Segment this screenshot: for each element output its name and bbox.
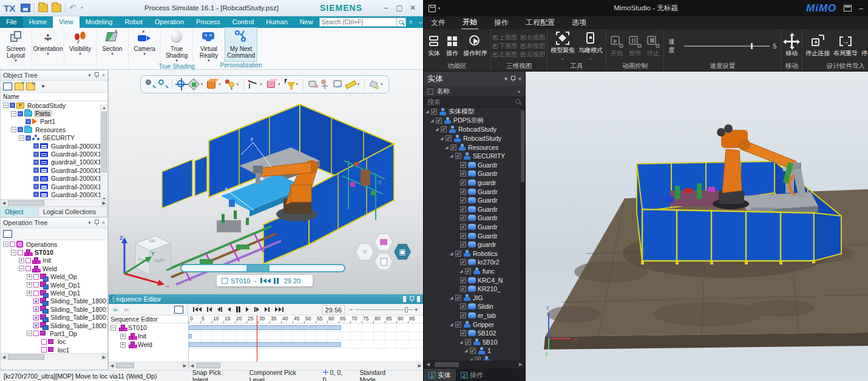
dropdown-caret-icon[interactable]: ▾ xyxy=(111,52,114,56)
section-button[interactable]: *Section▾ xyxy=(97,28,128,61)
operation-checkbox[interactable] xyxy=(18,250,23,255)
停止连接-button[interactable]: +停止连接 xyxy=(804,35,831,58)
expand-icon[interactable]: + xyxy=(120,334,126,339)
sequence-row-label[interactable]: +Init xyxy=(109,332,188,340)
gantt-bar[interactable] xyxy=(189,325,341,330)
view-filter-icon[interactable] xyxy=(3,230,12,238)
zoom-minus-icon[interactable]: − xyxy=(349,306,353,313)
menu-tab-1[interactable]: 开始 xyxy=(461,16,478,30)
display-checkbox-icon[interactable] xyxy=(18,127,23,132)
entity-tree-row[interactable]: ◢✓func xyxy=(424,267,525,276)
timeline-zoom-slider[interactable]: − + xyxy=(349,306,418,313)
entity-tree-row[interactable]: ◢✓SECURITY xyxy=(424,152,525,161)
pin-icon[interactable] xyxy=(95,220,99,226)
close-button[interactable]: ✕ xyxy=(406,4,419,12)
entity-checkbox[interactable]: ✓ xyxy=(460,330,466,336)
pause-button[interactable] xyxy=(234,306,242,312)
operation-checkbox[interactable] xyxy=(33,331,39,336)
display-checkbox-icon[interactable] xyxy=(33,143,39,149)
entity-checkbox[interactable]: ✓ xyxy=(455,251,461,257)
new-collection-icon[interactable] xyxy=(15,83,24,90)
status-pick-level[interactable]: Component Pick Level xyxy=(249,369,310,381)
entity-tree-row[interactable]: ✓Guardr xyxy=(424,223,525,232)
tree-row[interactable]: Guardrail-2000X1 xyxy=(1,190,107,198)
dropdown-caret-icon[interactable]: ▾ xyxy=(201,82,205,87)
play-backward-button[interactable] xyxy=(226,307,232,312)
tab-new-tab[interactable]: New Tab xyxy=(294,16,319,28)
entity-tree-row[interactable]: ✓Guardr xyxy=(424,205,525,214)
expand-icon[interactable]: − xyxy=(11,127,16,132)
fit-view-icon[interactable] xyxy=(175,78,187,90)
entity-checkbox[interactable]: ✓ xyxy=(455,322,461,328)
scroll-up-icon[interactable]: ▲ xyxy=(517,89,521,94)
entity-tree-row[interactable]: ✓er_tab xyxy=(424,311,525,320)
timeline-playhead[interactable] xyxy=(257,315,257,362)
menu-tab-3[interactable]: 工程配置 xyxy=(524,16,556,29)
移动-button[interactable]: 移动 xyxy=(783,35,800,58)
entity-checkbox[interactable]: ✓ xyxy=(460,189,466,195)
entity-checkbox[interactable]: ✓ xyxy=(460,233,466,239)
scroll-right-icon[interactable]: ▶ xyxy=(416,362,423,369)
entity-tree[interactable]: ◢✓实体模型◢✓PDPS示例◢✓RobcadStudy◢✓RobcadStudy… xyxy=(424,107,525,360)
panel-close-icon[interactable]: × xyxy=(417,296,420,302)
play-button[interactable] xyxy=(244,307,251,312)
tree-row[interactable]: −ST010 xyxy=(1,248,107,256)
expand-icon[interactable]: + xyxy=(19,258,24,263)
tree-row[interactable]: ×Sliding_Table_1800: xyxy=(1,305,107,313)
operation-checkbox[interactable] xyxy=(33,291,39,296)
entity-checkbox[interactable]: ✓ xyxy=(470,348,476,354)
dimension-icon[interactable] xyxy=(247,78,259,90)
tree-row[interactable]: −Resources xyxy=(1,126,107,133)
zoom-out-icon[interactable] xyxy=(143,305,152,314)
scroll-right-icon[interactable]: ▶ xyxy=(519,362,523,367)
panel-tab-操作[interactable]: 2操作 xyxy=(456,369,488,381)
entity-checkbox[interactable]: ✓ xyxy=(460,215,466,221)
display-checkbox-icon[interactable] xyxy=(33,176,39,181)
navigation-cube[interactable]: Top Front Right Z X Y xyxy=(112,223,175,287)
measure-icon[interactable] xyxy=(345,78,356,90)
scroll-right-icon[interactable]: ▶ xyxy=(101,200,107,206)
entity-checkbox[interactable]: ✓ xyxy=(460,170,466,177)
panel-close-icon[interactable]: × xyxy=(518,76,521,82)
entity-checkbox[interactable]: ✓ xyxy=(446,135,452,141)
tree-row[interactable]: loc xyxy=(1,338,107,346)
tree-row[interactable]: Guardrail-2000X1 xyxy=(1,175,107,183)
true-shading-button[interactable]: True Shading▾ xyxy=(161,28,192,62)
entity-checkbox[interactable]: ✓ xyxy=(460,277,466,283)
entity-checkbox[interactable]: ✓ xyxy=(455,295,461,301)
display-checkbox-icon[interactable] xyxy=(33,167,39,173)
tree-row[interactable]: +Init xyxy=(1,257,107,265)
solid-box-icon[interactable] xyxy=(265,78,277,90)
pin-icon[interactable] xyxy=(410,296,414,302)
dropdown-caret-icon[interactable]: ⌄ xyxy=(561,56,565,61)
panel-tab-实体[interactable]: 1实体 xyxy=(424,369,456,381)
sequence-row-label[interactable]: +Weld xyxy=(109,340,188,349)
view-button-0[interactable]: 上视图 xyxy=(493,33,517,42)
expand-icon[interactable]: + xyxy=(27,291,32,296)
view-button-5[interactable]: 后视图 xyxy=(521,50,545,59)
pin-icon[interactable] xyxy=(95,72,99,78)
orientation-button[interactable]: ↔↕Orientation▾ xyxy=(32,28,64,61)
entity-tree-row[interactable]: ◢✓1 xyxy=(424,346,525,356)
scroll-left-icon[interactable]: ◀ xyxy=(1,354,7,360)
entity-tree-row[interactable]: ✓guardr xyxy=(424,178,525,187)
tree-row[interactable]: −Operations xyxy=(1,240,107,248)
entity-tree-hscrollbar[interactable]: ◀ ▶ xyxy=(424,360,525,369)
tree-row[interactable]: −RobcadStudy xyxy=(1,101,107,109)
entity-tree-row[interactable]: ✓Guardr xyxy=(424,231,525,240)
停止-button[interactable]: 停止 xyxy=(645,35,662,58)
scroll-right-icon[interactable]: ▶ xyxy=(181,362,188,369)
entity-tree-row[interactable]: ◢✓Resources xyxy=(424,143,525,152)
entity-checkbox[interactable]: ✓ xyxy=(460,259,466,265)
entity-tree-row[interactable]: ✓kr270r2 xyxy=(424,258,525,267)
next-operation-button[interactable] xyxy=(263,307,271,312)
tree-row[interactable]: Guardrail-2000X1 xyxy=(1,166,107,174)
pick-filter-icon[interactable] xyxy=(283,78,295,90)
tree-tab-0[interactable]: Object Tree xyxy=(1,207,39,216)
layout-window-icon[interactable] xyxy=(844,5,852,12)
display-checkbox-icon[interactable] xyxy=(33,152,39,157)
开始-button[interactable]: 开始 xyxy=(608,35,625,58)
expand-icon[interactable]: − xyxy=(19,135,24,141)
pin-icon[interactable] xyxy=(511,76,515,82)
zoom-window-icon[interactable] xyxy=(154,305,162,314)
